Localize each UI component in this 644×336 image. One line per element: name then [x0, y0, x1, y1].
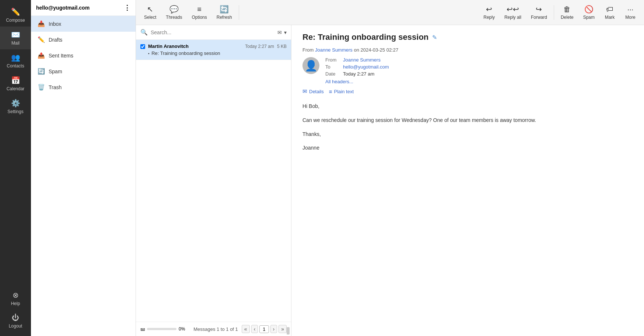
inbox-icon: 📥 — [38, 20, 45, 27]
folder-item-inbox[interactable]: 📥 Inbox — [31, 16, 136, 32]
from-value-link[interactable]: Joanne Summers — [343, 57, 381, 63]
email-date: Today 2:27 am — [245, 44, 274, 49]
edit-icon[interactable]: ✎ — [432, 34, 437, 41]
sidebar-item-mail[interactable]: ✉️ Mail — [0, 27, 31, 49]
email-reader: Re: Training onboarding session ✎ From J… — [291, 25, 644, 336]
select-button[interactable]: ↖ Select — [140, 3, 161, 22]
mark-button[interactable]: 🏷 Mark — [600, 3, 620, 22]
plain-text-button[interactable]: ≡ Plain text — [329, 88, 354, 95]
body-greeting: Hi Bob, — [302, 102, 633, 111]
calendar-icon: 📅 — [11, 76, 20, 85]
select-icon: ↖ — [147, 5, 153, 14]
threads-button[interactable]: 💬 Threads — [161, 3, 186, 22]
reply-button[interactable]: ↩ Reply — [479, 3, 499, 22]
page-number[interactable]: 1 — [259, 325, 269, 333]
sidebar-label-compose: Compose — [6, 18, 25, 23]
reply-all-label: Reply all — [504, 15, 521, 20]
progress-percent: 0% — [179, 326, 185, 332]
folder-label-spam: Spam — [49, 69, 62, 74]
from-label: From — [325, 57, 340, 63]
refresh-icon: 🔄 — [220, 5, 229, 14]
folder-item-sent[interactable]: 📤 Sent Items — [31, 48, 136, 63]
folder-item-spam[interactable]: 🔄 Spam — [31, 63, 136, 79]
more-options-icon[interactable]: ⋮ — [124, 4, 130, 12]
pagination-progress: 🖴 0% — [140, 326, 185, 332]
top-toolbar: ↖ Select 💬 Threads ≡ Options 🔄 Refresh ↩… — [136, 0, 644, 25]
email-subject-title: Re: Training onboarding session — [302, 32, 428, 42]
search-icon: 🔍 — [140, 29, 148, 36]
refresh-button[interactable]: 🔄 Refresh — [212, 3, 237, 22]
reply-all-icon: ↩↩ — [507, 5, 519, 14]
options-button[interactable]: ≡ Options — [187, 3, 211, 22]
options-label: Options — [192, 15, 207, 20]
content-area: 🔍 ✉ ▾ Martin Aranovitch Today 2:27 am 5 … — [136, 25, 644, 336]
details-button[interactable]: ✉ Details — [302, 88, 324, 95]
avatar: 👤 — [302, 57, 319, 74]
email-list-spacer — [136, 60, 291, 322]
first-page-button[interactable]: « — [242, 325, 250, 333]
email-details: From Joanne Summers To hello@yugotmail.c… — [325, 57, 389, 84]
email-body: Hi Bob, Can we reschedule our training s… — [302, 102, 633, 153]
all-headers-link[interactable]: All headers... — [325, 79, 389, 84]
search-input[interactable] — [151, 29, 274, 35]
refresh-label: Refresh — [217, 15, 232, 20]
sidebar-item-logout[interactable]: ⏻ Logout — [0, 310, 31, 332]
sidebar-label-logout: Logout — [9, 323, 22, 329]
sidebar-label-mail: Mail — [11, 41, 20, 46]
sent-icon: 📤 — [38, 52, 45, 59]
folder-label-drafts: Drafts — [49, 37, 62, 43]
search-bar: 🔍 ✉ ▾ — [136, 25, 291, 40]
next-page-button[interactable]: › — [270, 325, 277, 333]
sidebar-label-help: Help — [11, 301, 20, 306]
email-item[interactable]: Martin Aranovitch Today 2:27 am 5 KB • R… — [136, 40, 291, 60]
sidebar-item-calendar[interactable]: 📅 Calendar — [0, 72, 31, 95]
to-detail-row: To hello@yugotmail.com — [325, 64, 389, 70]
sidebar-item-settings[interactable]: ⚙️ Settings — [0, 95, 31, 118]
sidebar-item-compose[interactable]: ✏️ Compose — [0, 4, 31, 27]
spam-label: Spam — [583, 15, 595, 20]
forward-button[interactable]: ↪ Forward — [526, 3, 552, 22]
sidebar-label-calendar: Calendar — [7, 86, 25, 91]
more-button[interactable]: ··· More — [620, 3, 640, 22]
resize-handle[interactable] — [287, 327, 290, 335]
forward-label: Forward — [531, 15, 547, 20]
from-detail-row: From Joanne Summers — [325, 57, 389, 63]
delete-button[interactable]: 🗑 Delete — [556, 3, 578, 22]
email-checkbox[interactable] — [140, 44, 145, 49]
folder-item-trash[interactable]: 🗑️ Trash — [31, 79, 136, 95]
select-label: Select — [144, 15, 156, 20]
pagination-nav: « ‹ 1 › » — [242, 325, 287, 333]
delete-icon: 🗑 — [563, 5, 571, 14]
details-label: Details — [309, 89, 324, 94]
last-page-button[interactable]: » — [279, 325, 287, 333]
bullet-icon: • — [148, 52, 150, 56]
spam-button[interactable]: 🚫 Spam — [579, 3, 599, 22]
delete-label: Delete — [561, 15, 574, 20]
view-toggles: ✉ Details ≡ Plain text — [302, 88, 633, 95]
from-line: From Joanne Summers on 2024-03-25 02:27 — [302, 47, 633, 53]
prev-page-button[interactable]: ‹ — [251, 325, 258, 333]
email-title-row: Re: Training onboarding session ✎ — [302, 32, 633, 42]
from-line-prefix: From — [302, 47, 315, 53]
reply-all-button[interactable]: ↩↩ Reply all — [500, 3, 526, 22]
email-content: Martin Aranovitch Today 2:27 am 5 KB • R… — [148, 43, 287, 56]
folder-header: hello@yugotmail.com ⋮ — [31, 0, 136, 16]
email-size: 5 KB — [277, 44, 287, 49]
to-value-link[interactable]: hello@yugotmail.com — [343, 64, 389, 70]
email-list-panel: 🔍 ✉ ▾ Martin Aranovitch Today 2:27 am 5 … — [136, 25, 291, 336]
trash-folder-icon: 🗑️ — [38, 84, 45, 91]
date-value: Today 2:27 am — [343, 71, 374, 77]
dropdown-icon[interactable]: ▾ — [284, 29, 287, 35]
filter-icon[interactable]: ✉ — [277, 29, 282, 35]
folder-item-drafts[interactable]: ✏️ Drafts — [31, 32, 136, 48]
to-value: hello@yugotmail.com — [343, 64, 389, 70]
toolbar-separator-2 — [554, 5, 554, 20]
from-value: Joanne Summers — [343, 57, 381, 63]
mail-icon: ✉️ — [11, 30, 20, 39]
main-area: ↖ Select 💬 Threads ≡ Options 🔄 Refresh ↩… — [136, 0, 644, 336]
spam-folder-icon: 🔄 — [38, 68, 45, 75]
folder-label-sent: Sent Items — [49, 53, 73, 59]
sidebar-item-contacts[interactable]: 👥 Contacts — [0, 49, 31, 72]
sidebar-item-help[interactable]: ⊗ Help — [0, 287, 31, 310]
from-name-link[interactable]: Joanne Summers — [315, 47, 353, 53]
